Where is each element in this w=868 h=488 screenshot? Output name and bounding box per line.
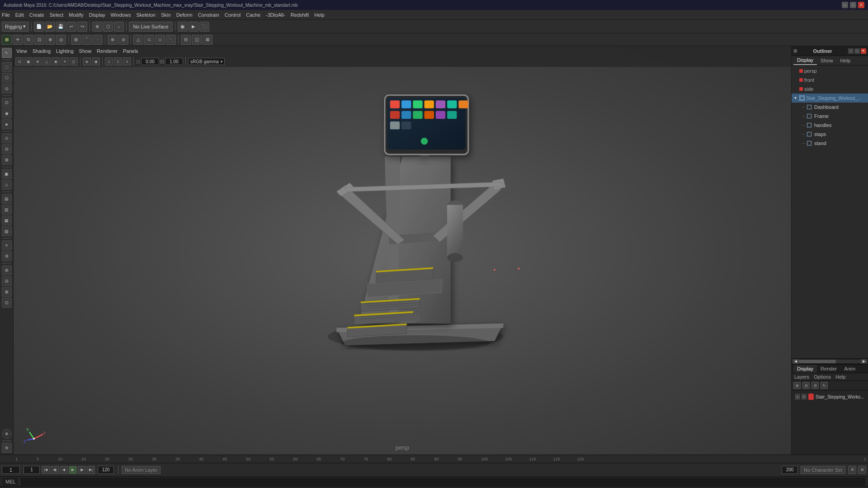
mode-dropdown[interactable]: Rigging ▾ [2, 22, 29, 32]
new-scene-button[interactable]: 📄 [34, 22, 44, 32]
soft-mod-button[interactable]: ◎ [2, 84, 12, 94]
menu-windows[interactable]: Windows [111, 12, 131, 18]
hypershade-button[interactable]: ◇ [2, 180, 12, 190]
char-set-btn[interactable]: No Character Set [801, 466, 845, 474]
vp-field-value[interactable]: 0.00 [141, 58, 159, 65]
bpanel-options-btn[interactable]: ⚙ [811, 382, 819, 389]
scale-tool[interactable]: ⊡ [34, 35, 44, 45]
tree-item-staps[interactable]: staps [792, 130, 868, 139]
anim-layer-btn[interactable]: No Anim Layer [122, 466, 160, 474]
vp-tex-btn[interactable]: ◈ [83, 57, 91, 66]
layer-p-btn[interactable]: P [802, 394, 806, 399]
vp-cam-btn[interactable]: ⊡ [15, 57, 24, 66]
go-to-start-btn[interactable]: |◀ [42, 466, 50, 474]
hide-manipulator[interactable]: ⊘ [118, 35, 128, 45]
outliner-hscroll[interactable]: ◀ ▶ [792, 358, 868, 364]
selection-mode-button[interactable]: ↖ [2, 48, 12, 58]
lasso-tool[interactable]: ⬡ [103, 22, 113, 32]
hscroll-left-btn[interactable]: ◀ [793, 359, 799, 364]
vp-res2[interactable]: 2 [114, 57, 122, 66]
vp-menu-view[interactable]: View [16, 48, 27, 54]
tree-item-root[interactable]: ▼ Stair_Stepping_Workout_... [792, 94, 868, 103]
layer-v-btn[interactable]: V [795, 394, 800, 399]
menu-control[interactable]: Control [225, 12, 241, 18]
menu-modify[interactable]: Modify [69, 12, 83, 18]
bridge-edges[interactable]: ⊠ [203, 35, 212, 45]
char-set-options-btn[interactable]: ⚙ [848, 466, 856, 474]
select-tool[interactable]: ⊕ [92, 22, 102, 32]
render-current[interactable]: ▶ [189, 22, 198, 32]
bpanel-refresh-btn[interactable]: ↻ [821, 382, 828, 389]
show-manipulator[interactable]: ⊛ [108, 35, 118, 45]
menu-file[interactable]: File [2, 12, 10, 18]
tool-settings[interactable]: ⚙ [2, 251, 12, 261]
step-back-btn[interactable]: ◀| [51, 466, 59, 474]
undo-button[interactable]: ↩ [66, 22, 76, 32]
tree-item-side[interactable]: side [792, 84, 868, 94]
flat-shade-button[interactable]: ◈ [2, 119, 12, 129]
bpanel-tab-anim[interactable]: Anim [840, 365, 859, 373]
current-frame-field[interactable]: 1 [2, 466, 20, 474]
menu-select[interactable]: Select [50, 12, 64, 18]
render-settings[interactable]: ▣ [178, 22, 188, 32]
bpanel-delete-layer[interactable]: ⊟ [802, 382, 810, 389]
extra-icon1[interactable]: ⊛ [2, 443, 12, 453]
extra-bottom-btn[interactable]: ⊞ [858, 466, 866, 474]
menu-skin[interactable]: Skin [161, 12, 170, 18]
soft-mod[interactable]: ◎ [56, 35, 66, 45]
bpanel-menu-help[interactable]: Help [835, 374, 846, 380]
select-by-hierarchy[interactable]: ⊞ [2, 35, 12, 45]
vp-menu-panels[interactable]: Panels [123, 48, 138, 54]
frame-all-button[interactable]: ⊟ [2, 144, 12, 154]
snap-to-point[interactable]: ⋅ [93, 35, 103, 45]
go-to-end-btn[interactable]: ▶| [87, 466, 95, 474]
tree-item-frame[interactable]: Frame [792, 112, 868, 121]
menu-create[interactable]: Create [29, 12, 44, 18]
frame-selected-button[interactable]: ⊠ [2, 155, 12, 165]
menu-help[interactable]: Help [314, 12, 325, 18]
vp-res1[interactable]: 1 [105, 57, 113, 66]
bpanel-tab-display[interactable]: Display [793, 365, 817, 373]
vp-menu-renderer[interactable]: Renderer [97, 48, 118, 54]
tree-item-stand[interactable]: stand [792, 139, 868, 148]
vp-res3[interactable]: 3 [123, 57, 131, 66]
max-range-input[interactable] [782, 466, 798, 474]
outliner-tab-display[interactable]: Display [793, 56, 817, 65]
quick-layout2[interactable]: ▥ [2, 205, 12, 215]
vp-film-btn[interactable]: ▣ [24, 57, 33, 66]
redo-button[interactable]: ↪ [77, 22, 87, 32]
menu-constrain[interactable]: Constrain [198, 12, 219, 18]
snap-to-grid[interactable]: ⊞ [71, 35, 81, 45]
extra-tool3[interactable]: ⊠ [2, 287, 12, 297]
sculpt-geo[interactable]: ⋱ [166, 35, 176, 45]
outliner-tab-show[interactable]: Show [817, 56, 837, 65]
close-button[interactable]: ✕ [858, 2, 864, 8]
bottom-tool-icon[interactable]: ⊕ [2, 429, 12, 439]
vp-color-btn[interactable]: ◉ [92, 57, 100, 66]
extra-tool4[interactable]: ⊡ [2, 298, 12, 308]
extrude-face[interactable]: ⊟ [181, 35, 191, 45]
tree-item-persp[interactable]: persp [792, 66, 868, 75]
quick-layout1[interactable]: ▤ [2, 194, 12, 204]
paint-select[interactable]: ⬦ [114, 22, 124, 32]
range-end-input[interactable] [98, 466, 114, 474]
no-live-surface[interactable]: No Live Surface [129, 22, 172, 32]
vp-menu-shading[interactable]: Shading [33, 48, 51, 54]
paint-skin-button[interactable]: ◌ [2, 62, 12, 72]
viewport[interactable]: View Shading Lighting Show Renderer Pane… [14, 46, 791, 455]
extra-tool2[interactable]: ⊟ [2, 276, 12, 286]
vp-menu-lighting[interactable]: Lighting [56, 48, 74, 54]
outliner-close-btn[interactable]: ✕ [861, 48, 866, 54]
create-subdiv[interactable]: ◇ [155, 35, 165, 45]
bevel-edge[interactable]: ◫ [192, 35, 202, 45]
isolate-button[interactable]: ⊙ [2, 133, 12, 143]
create-poly[interactable]: △ [133, 35, 143, 45]
menu-edit[interactable]: Edit [15, 12, 24, 18]
outliner-min-btn[interactable]: ─ [848, 48, 854, 54]
menu-display[interactable]: Display [89, 12, 105, 18]
render-region-button[interactable]: ▣ [2, 169, 12, 179]
hscroll-right-btn[interactable]: ▶ [861, 359, 867, 364]
universal-manip[interactable]: ⊕ [45, 35, 55, 45]
outliner-tab-help[interactable]: Help [837, 56, 854, 65]
wire-mode-button[interactable]: ⊡ [2, 98, 12, 108]
